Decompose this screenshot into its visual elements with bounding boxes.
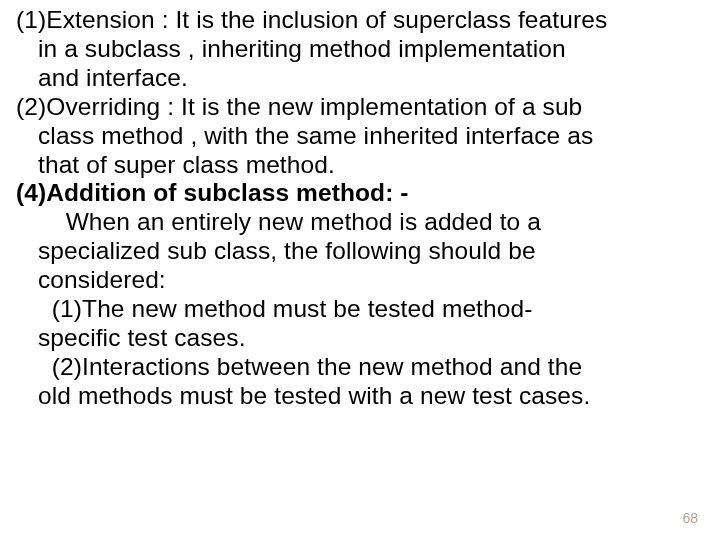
- item-overriding: (2)Overriding : It is the new implementa…: [16, 93, 704, 180]
- heading-line: (4)Addition of subclass method: -: [16, 179, 704, 208]
- text-line: When an entirely new method is added to …: [16, 208, 704, 237]
- text-line: specialized sub class, the following sho…: [16, 237, 704, 266]
- text-line: (2)Overriding : It is the new implementa…: [16, 93, 704, 122]
- text-line: and interface.: [16, 64, 704, 93]
- text-line: considered:: [16, 266, 704, 295]
- text-line: (1)Extension : It is the inclusion of su…: [16, 6, 704, 35]
- text-line: (2)Interactions between the new method a…: [16, 353, 704, 382]
- text-line: old methods must be tested with a new te…: [16, 382, 704, 411]
- text-line: specific test cases.: [16, 324, 704, 353]
- text-line: class method , with the same inherited i…: [16, 122, 704, 151]
- item-extension: (1)Extension : It is the inclusion of su…: [16, 6, 704, 93]
- page-number: 68: [682, 510, 698, 526]
- item-addition-heading: (4)Addition of subclass method: -: [16, 179, 704, 208]
- item-addition-body: When an entirely new method is added to …: [16, 208, 704, 410]
- text-line: that of super class method.: [16, 151, 704, 180]
- text-line: (1)The new method must be tested method-: [16, 295, 704, 324]
- text-line: in a subclass , inheriting method implem…: [16, 35, 704, 64]
- slide-body: (1)Extension : It is the inclusion of su…: [16, 6, 704, 411]
- slide: (1)Extension : It is the inclusion of su…: [0, 0, 720, 540]
